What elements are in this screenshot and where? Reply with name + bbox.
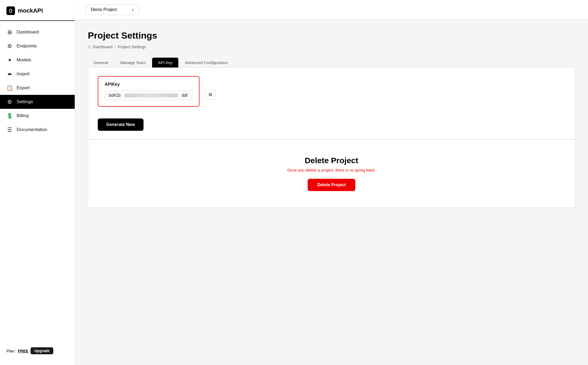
settings-icon: ⚙ xyxy=(6,99,13,105)
api-key-label: APIKey xyxy=(105,82,193,87)
copy-icon: ⧉ xyxy=(209,92,212,97)
app-name: mockAPI xyxy=(18,7,43,14)
endpoints-icon: ⚙ xyxy=(6,43,13,49)
tab-general[interactable]: General xyxy=(88,58,114,68)
documentation-icon: ☰ xyxy=(6,126,13,133)
sidebar-item-billing[interactable]: 💲 Billing xyxy=(0,109,75,123)
api-key-masked xyxy=(125,94,178,97)
sidebar-item-label: Settings xyxy=(17,99,33,105)
sidebar-item-label: Models xyxy=(17,57,31,63)
tab-advanced[interactable]: Advanced Configuration xyxy=(179,58,233,68)
project-selector[interactable]: Demo Project ∨ xyxy=(86,4,139,15)
tab-api-key[interactable]: API Key xyxy=(152,58,178,68)
sidebar-item-label: Documentation xyxy=(17,127,47,132)
settings-tabs: General Manage Team API Key Advanced Con… xyxy=(88,58,575,68)
copy-api-key-button[interactable]: ⧉ xyxy=(205,90,216,99)
upgrade-button[interactable]: Upgrade xyxy=(31,347,53,354)
sidebar-item-label: Export xyxy=(17,85,30,91)
api-key-card: APIKey bd41b ddf xyxy=(98,76,199,107)
project-name: Demo Project xyxy=(91,7,117,12)
sidebar-item-label: Billing xyxy=(17,113,29,118)
content-area: Project Settings ⌂ Dashboard / Project S… xyxy=(75,20,588,365)
import-icon: ⬌ xyxy=(6,71,13,77)
chevron-down-icon: ∨ xyxy=(131,8,134,12)
top-bar: Demo Project ∨ xyxy=(75,0,588,20)
sidebar-item-dashboard[interactable]: ⊞ Dashboard xyxy=(0,25,75,39)
plan-label: Plan: xyxy=(6,349,16,353)
page-title: Project Settings xyxy=(88,30,575,41)
breadcrumb: ⌂ Dashboard / Project Settings xyxy=(88,44,575,50)
sidebar-item-endpoints[interactable]: ⚙ Endpoints xyxy=(0,39,75,53)
generate-new-button[interactable]: Generate New xyxy=(98,118,144,131)
plan-tier: FREE xyxy=(18,349,28,353)
export-icon: 📋 xyxy=(6,85,13,91)
main-content: Demo Project ∨ Project Settings ⌂ Dashbo… xyxy=(75,0,588,365)
delete-project-button[interactable]: Delete Project xyxy=(308,179,356,191)
api-key-section: APIKey bd41b ddf ⧉ Generate New xyxy=(88,68,575,140)
logo-icon: {} xyxy=(6,6,15,15)
breadcrumb-separator: / xyxy=(115,44,116,49)
sidebar-item-label: Endpoints xyxy=(17,43,37,49)
delete-title: Delete Project xyxy=(98,156,565,165)
models-icon: ✦ xyxy=(6,57,13,63)
logo-area: {} mockAPI xyxy=(0,0,75,21)
sidebar-item-models[interactable]: ✦ Models xyxy=(0,53,75,67)
sidebar: {} mockAPI ⊞ Dashboard ⚙ Endpoints ✦ Mod… xyxy=(0,0,75,365)
api-key-end: ddf xyxy=(182,93,188,98)
api-key-start: bd41b xyxy=(109,93,121,98)
tab-manage-team[interactable]: Manage Team xyxy=(114,58,152,68)
dashboard-icon: ⊞ xyxy=(6,29,13,35)
delete-warning: Once you delete a project, there is no g… xyxy=(98,168,565,172)
delete-project-section: Delete Project Once you delete a project… xyxy=(88,140,575,207)
sidebar-item-documentation[interactable]: ☰ Documentation xyxy=(0,123,75,137)
sidebar-item-label: Import xyxy=(17,71,29,77)
api-key-value-row: bd41b ddf xyxy=(105,90,193,101)
sidebar-item-label: Dashboard xyxy=(17,29,39,35)
sidebar-item-settings[interactable]: ⚙ Settings xyxy=(0,95,75,109)
sidebar-item-export[interactable]: 📋 Export xyxy=(0,81,75,95)
billing-icon: 💲 xyxy=(6,113,13,119)
breadcrumb-home-label: Dashboard xyxy=(93,44,112,49)
home-icon: ⌂ xyxy=(88,44,91,50)
plan-section: Plan: FREE Upgrade xyxy=(0,343,75,359)
sidebar-item-import[interactable]: ⬌ Import xyxy=(0,67,75,81)
sidebar-nav: ⊞ Dashboard ⚙ Endpoints ✦ Models ⬌ Impor… xyxy=(0,25,75,137)
breadcrumb-current: Project Settings xyxy=(118,44,146,49)
